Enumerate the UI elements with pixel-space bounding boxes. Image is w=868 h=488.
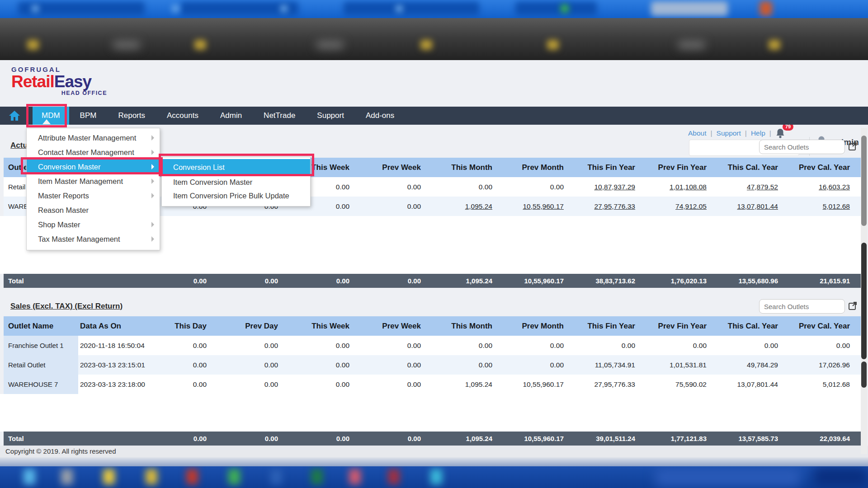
col-header: Prev Cal. Year — [789, 316, 861, 336]
cell: Franchise Outlet 1 — [4, 336, 78, 355]
menu-item-conversion-master[interactable]: Conversion Master — [27, 160, 160, 174]
cell[interactable]: 47,879.52 — [717, 177, 789, 197]
blurred-taskbar-icon — [146, 469, 157, 484]
cell: WAREHOUSE 7 — [4, 375, 78, 394]
total-cell: 1,095.24 — [432, 274, 503, 288]
blurred-favicon — [280, 5, 288, 12]
blurred-bookmark — [678, 41, 705, 49]
blurred-taskbar-icon — [388, 469, 400, 484]
nav-item-mdm[interactable]: MDM — [33, 107, 69, 125]
col-header: Prev Month — [503, 158, 575, 177]
cell: 75,590.02 — [646, 375, 717, 394]
cell: 0.00 — [360, 355, 432, 375]
cell: 0.00 — [432, 355, 503, 375]
cell[interactable]: 16,603.23 — [789, 177, 861, 197]
cell[interactable]: 0.00 — [432, 177, 503, 197]
taskbar-blur — [0, 466, 868, 488]
table-row: Franchise Outlet 1 2020-11-18 16:50:04 0… — [4, 336, 861, 355]
cell: 0.00 — [217, 355, 289, 375]
cell: 0.00 — [432, 336, 503, 355]
blurred-tab — [344, 2, 479, 15]
scrollbar-thumb[interactable] — [861, 243, 867, 359]
nav-item-accounts[interactable]: Accounts — [156, 107, 209, 125]
nav-item-admin[interactable]: Admin — [209, 107, 253, 125]
cell: 10,55,960.17 — [503, 375, 575, 394]
total-cell: 0.00 — [360, 432, 432, 446]
blurred-taskbar-clock — [814, 467, 868, 487]
nav-item-nettrade[interactable]: NetTrade — [253, 107, 306, 125]
blurred-window-chip — [651, 1, 728, 16]
cell[interactable]: 0.00 — [503, 177, 575, 197]
cell[interactable]: 0.00 — [360, 177, 432, 197]
cell[interactable]: 10,87,937.29 — [575, 177, 646, 197]
submenu-item-item-conversion-master[interactable]: Item Conversion Master — [162, 175, 310, 189]
cell: 17,026.96 — [789, 355, 861, 375]
activity-search-outlets-input[interactable] — [759, 140, 845, 154]
sales-table: Outlet Name Data As On This Day Prev Day… — [4, 316, 861, 394]
cell: 0.00 — [360, 336, 432, 355]
submenu-item-conversion-list[interactable]: Conversion List — [162, 159, 310, 175]
cell[interactable]: 0.00 — [360, 197, 432, 216]
scrollbar-thumb[interactable] — [861, 136, 867, 226]
cell[interactable]: 13,07,801.44 — [717, 197, 789, 216]
cell: 0.00 — [289, 375, 360, 394]
cell[interactable]: 5,012.68 — [789, 197, 861, 216]
blurred-favicon — [760, 1, 772, 16]
scrollbar-thumb[interactable] — [861, 361, 867, 388]
cell: 0.00 — [289, 336, 360, 355]
nav-item-bpm[interactable]: BPM — [69, 107, 108, 125]
submenu-arrow-icon — [151, 178, 154, 184]
total-cell: 1,76,020.13 — [646, 274, 717, 288]
activity-total-row: Total 0.00 0.00 0.00 0.00 1,095.24 10,55… — [4, 274, 861, 288]
nav-item-addons[interactable]: Add-ons — [355, 107, 405, 125]
cell: 0.00 — [789, 336, 861, 355]
menu-item-reason-master[interactable]: Reason Master — [27, 203, 160, 217]
nav-item-support[interactable]: Support — [306, 107, 355, 125]
submenu-arrow-icon — [151, 150, 154, 155]
col-header: This Month — [432, 316, 503, 336]
blurred-favicon — [396, 5, 403, 12]
sales-search-outlets-input[interactable] — [759, 299, 845, 314]
home-nav-button[interactable] — [0, 107, 29, 125]
total-cell: 10,55,960.17 — [503, 432, 575, 446]
sales-section-title[interactable]: Sales (Excl. TAX) (Excl Return) — [10, 302, 123, 311]
activity-expand-icon[interactable] — [848, 142, 857, 153]
blurred-favicon — [561, 5, 569, 13]
conversion-master-submenu: Conversion List Item Conversion Master I… — [161, 157, 311, 206]
menu-item-shop-master[interactable]: Shop Master — [27, 217, 160, 232]
blurred-bookmark — [547, 40, 559, 50]
logo-easy: Easy — [54, 72, 91, 91]
col-header: This Week — [289, 316, 360, 336]
cell[interactable]: 10,55,960.17 — [503, 197, 575, 216]
cell: 0.00 — [717, 336, 789, 355]
total-cell: 1,095.24 — [432, 432, 503, 446]
total-cell: 10,55,960.17 — [503, 274, 575, 288]
menu-item-attribute-master[interactable]: Attribute Master Management — [27, 131, 160, 145]
logo-product-text: RetailEasy — [11, 73, 115, 91]
activity-section-title[interactable]: Actu — [10, 141, 28, 150]
total-cell: 0.00 — [146, 432, 217, 446]
sales-expand-icon[interactable] — [848, 301, 857, 312]
sales-header-row: Outlet Name Data As On This Day Prev Day… — [4, 316, 861, 336]
cell[interactable]: 1,095.24 — [432, 197, 503, 216]
nav-item-reports[interactable]: Reports — [107, 107, 156, 125]
cell: 27,95,776.33 — [575, 375, 646, 394]
dropdown-caret — [42, 119, 51, 124]
submenu-item-item-conversion-price-bulk-update[interactable]: Item Conversion Price Bulk Update — [162, 189, 310, 202]
blurred-bookmark — [316, 41, 344, 49]
cell[interactable]: 74,912.05 — [646, 197, 717, 216]
cell[interactable]: 1,01,108.08 — [646, 177, 717, 197]
table-row: Retail Outlet 2023-03-13 23:15:01 0.00 0… — [4, 355, 861, 375]
scrollbar-track[interactable] — [861, 128, 867, 454]
total-cell: 13,57,585.73 — [717, 432, 789, 446]
menu-item-master-reports[interactable]: Master Reports — [27, 188, 160, 203]
menu-item-item-master[interactable]: Item Master Management — [27, 174, 160, 188]
col-header: Data As On — [78, 316, 146, 336]
cell[interactable]: 27,95,776.33 — [575, 197, 646, 216]
blurred-taskbar-icon — [61, 469, 73, 484]
total-cell: 13,55,680.96 — [717, 274, 789, 288]
menu-item-label: Item Master Management — [38, 177, 123, 185]
cell: 1,095.24 — [432, 375, 503, 394]
menu-item-contact-master[interactable]: Contact Master Management — [27, 145, 160, 160]
menu-item-tax-master[interactable]: Tax Master Management — [27, 232, 160, 246]
